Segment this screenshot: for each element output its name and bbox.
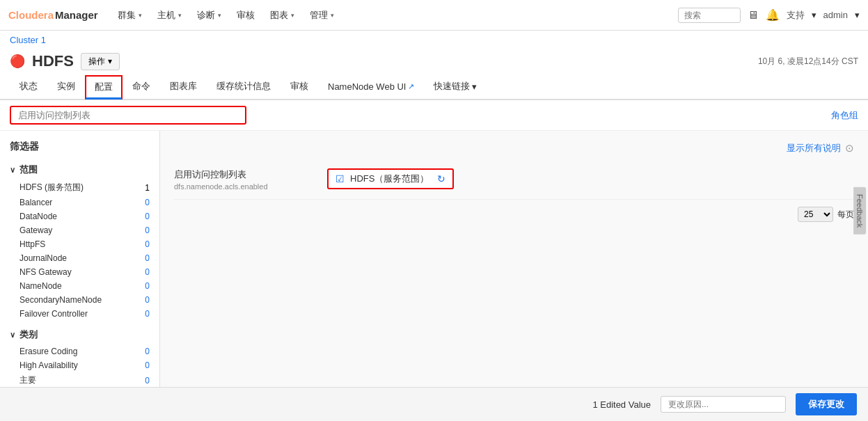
show-all-link[interactable]: 显示所有说明 [787,142,841,154]
sidebar-section-scope-header[interactable]: ∨ 范围 [0,160,159,180]
sidebar-item-nfs-gateway[interactable]: NFS Gateway 0 [0,265,159,279]
tab-namenode-webui[interactable]: NameNode Web UI ↗ [318,76,424,100]
sidebar-section-category: ∨ 类别 Erasure Coding 0 High Availability … [0,325,159,388]
nav-cluster[interactable]: 群集 ▾ [111,0,149,31]
sidebar-item-label: NFS Gateway [19,267,72,277]
brand-manager: Manager [55,9,98,21]
sidebar-item-journalnode[interactable]: JournalNode 0 [0,251,159,265]
chevron-down-icon: ∨ [10,166,15,175]
sidebar-section-scope-label: 范围 [19,164,38,176]
nav-audit[interactable]: 审核 [230,0,262,31]
chevron-down-icon: ▾ [855,10,860,20]
search-input[interactable] [678,8,741,23]
sidebar-item-count: 0 [140,225,150,235]
tab-commands[interactable]: 命令 [123,74,160,100]
sidebar-title: 筛选器 [0,141,159,160]
change-reason-input[interactable] [661,396,786,413]
sidebar-item-count: 1 [140,183,150,193]
sidebar-section-category-label: 类别 [19,328,38,341]
sidebar: 筛选器 ∨ 范围 HDFS (服务范围) 1 Balancer 0 DataNo… [0,131,160,421]
chevron-down-icon: ▾ [139,12,142,19]
external-link-icon: ↗ [408,82,414,91]
edited-value-label: 1 Edited Value [592,399,651,410]
sidebar-item-count: 0 [140,281,150,291]
chevron-down-icon: ▾ [108,56,112,66]
role-group-link[interactable]: 角色组 [831,109,858,122]
checkbox-group[interactable]: ☑ HDFS（服务范围） ↻ [327,168,454,189]
content-header: 显示所有说明 ⊙ [174,142,854,154]
refresh-icon[interactable]: ↻ [437,173,445,184]
sidebar-item-count: 0 [140,376,150,386]
per-page-select[interactable]: 25 50 100 [798,207,833,222]
sidebar-item-label: Gateway [19,225,52,235]
sidebar-section-category-header[interactable]: ∨ 类别 [0,325,159,344]
service-left: 🔴 HDFS 操作 ▾ [10,52,120,70]
checkbox-checked-icon: ☑ [336,173,345,184]
sidebar-item-label: SecondaryNameNode [19,295,102,305]
tab-quicklinks[interactable]: 快速链接 ▾ [424,74,487,100]
sidebar-item-major[interactable]: 主要 0 [0,372,159,388]
tab-status[interactable]: 状态 [10,74,47,100]
monitor-icon[interactable]: 🖥 [748,9,759,22]
sidebar-item-label: Failover Controller [19,309,88,319]
sidebar-item-count: 0 [140,198,150,207]
sidebar-item-label: JournalNode [19,253,67,263]
sidebar-item-httpfs[interactable]: HttpFS 0 [0,237,159,251]
tab-instances[interactable]: 实例 [47,74,85,100]
config-scope-label: HDFS（服务范围） [350,173,429,185]
sidebar-item-secondary-namenode[interactable]: SecondaryNameNode 0 [0,293,159,307]
sidebar-item-count: 0 [140,295,150,305]
service-timestamp: 10月 6, 凌晨12点14分 CST [758,56,858,67]
config-label-title: 启用访问控制列表 [174,168,313,181]
sidebar-item-count: 0 [140,360,150,370]
sidebar-item-balancer[interactable]: Balancer 0 [0,196,159,209]
sidebar-item-label: Balancer [19,198,52,207]
sidebar-item-label: DataNode [19,212,57,221]
error-icon: 🔴 [10,54,25,69]
config-row: 启用访问控制列表 dfs.namenode.acls.enabled ☑ HDF… [174,160,854,200]
sidebar-item-namenode[interactable]: NameNode 0 [0,279,159,293]
bell-icon[interactable]: 🔔 [766,8,780,22]
chevron-down-icon: ▾ [291,12,294,19]
ops-button[interactable]: 操作 ▾ [81,53,120,70]
config-value: ☑ HDFS（服务范围） ↻ [327,168,854,189]
sidebar-item-label: HttpFS [19,239,45,249]
service-header: 🔴 HDFS 操作 ▾ 10月 6, 凌晨12点14分 CST [0,49,868,74]
sidebar-item-failover-controller[interactable]: Failover Controller 0 [0,307,159,321]
support-link[interactable]: 支持 [787,9,805,22]
brand: Cloudera Manager [8,9,98,21]
chevron-down-icon: ∨ [10,331,15,340]
topnav-menu: 群集 ▾ 主机 ▾ 诊断 ▾ 审核 图表 ▾ 管理 ▾ [111,0,678,31]
tab-audit[interactable]: 审核 [281,74,318,100]
breadcrumb: Cluster 1 [0,31,868,49]
nav-charts[interactable]: 图表 ▾ [263,0,301,31]
sidebar-item-gateway[interactable]: Gateway 0 [0,223,159,237]
nav-manage[interactable]: 管理 ▾ [303,0,341,31]
sidebar-item-datanode[interactable]: DataNode 0 [0,209,159,223]
sidebar-item-label: High Availability [19,360,78,370]
admin-menu[interactable]: admin [823,10,848,20]
sidebar-item-label: Erasure Coding [19,347,77,356]
nav-diagnostics[interactable]: 诊断 ▾ [190,0,228,31]
help-icon[interactable]: ⊙ [845,142,854,154]
service-name: HDFS [32,52,74,70]
sidebar-item-count: 0 [140,239,150,249]
breadcrumb-cluster[interactable]: Cluster 1 [10,35,46,45]
nav-host[interactable]: 主机 ▾ [150,0,189,31]
sidebar-item-erasure-coding[interactable]: Erasure Coding 0 [0,344,159,358]
chevron-down-icon: ▾ [472,81,477,92]
tabs-bar: 状态 实例 配置 命令 图表库 缓存统计信息 审核 NameNode Web U… [0,74,868,100]
tab-chart-library[interactable]: 图表库 [160,74,207,100]
sidebar-item-high-availability[interactable]: High Availability 0 [0,358,159,372]
save-button[interactable]: 保存更改 [796,393,857,415]
content-area: 显示所有说明 ⊙ 启用访问控制列表 dfs.namenode.acls.enab… [160,131,868,421]
feedback-tab[interactable]: Feedback [853,186,866,234]
chevron-down-icon: ▾ [331,12,334,19]
main-content: 筛选器 ∨ 范围 HDFS (服务范围) 1 Balancer 0 DataNo… [0,131,868,421]
tab-cache-stats[interactable]: 缓存统计信息 [207,74,281,100]
filter-bar: 角色组 [0,100,868,131]
chevron-down-icon: ▾ [178,12,182,19]
filter-search-input[interactable] [10,106,246,125]
tab-config[interactable]: 配置 [85,75,123,100]
sidebar-item-hdfs[interactable]: HDFS (服务范围) 1 [0,180,159,196]
